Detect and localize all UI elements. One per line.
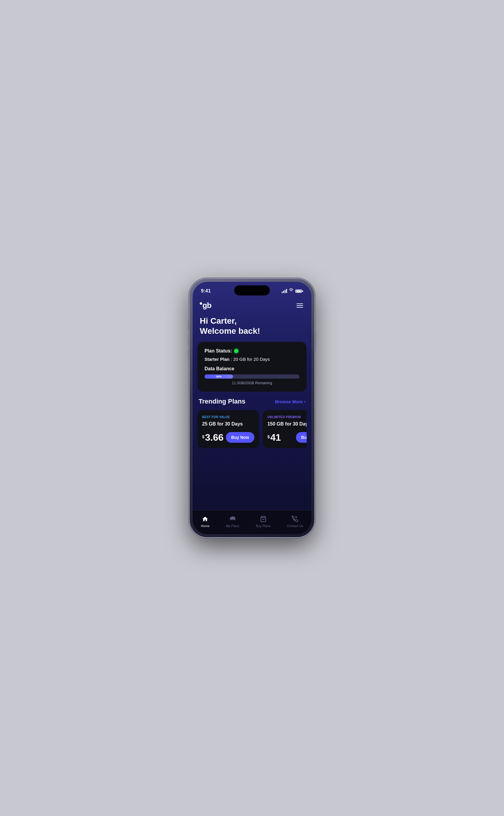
price-amount-1: 3.66 (205, 433, 224, 442)
browse-more-label: Browse More (275, 399, 303, 404)
trending-header: Trending Plans Browse More › (197, 397, 307, 405)
plan-badge-1: BEST FOR VALUE (202, 416, 254, 419)
browse-more-link[interactable]: Browse More › (275, 399, 305, 404)
buy-now-button-2[interactable]: Buy (296, 432, 307, 443)
app-logo: gb (200, 301, 211, 310)
greeting-line: Hi Carter, (200, 316, 304, 326)
plan-status-row: Plan Status: (205, 348, 299, 354)
progress-container: 30% (205, 374, 299, 378)
nav-label-home: Home (201, 524, 210, 528)
bottom-navigation: Home My Plans (193, 510, 311, 534)
data-remaining-text: 11.3GB/20GB Remaining (205, 381, 299, 385)
dynamic-island (234, 285, 270, 295)
buy-now-button-1[interactable]: Buy Now (226, 432, 254, 443)
status-icons (282, 288, 303, 294)
my-plans-icon (229, 515, 237, 523)
nav-item-contact[interactable]: Contact Us (283, 514, 307, 529)
chevron-right-icon: › (304, 399, 305, 404)
nav-item-my-plans[interactable]: My Plans (222, 514, 243, 529)
hamburger-button[interactable] (295, 302, 304, 309)
status-time: 9:41 (201, 288, 211, 294)
nav-label-buy-plans: Buy Plans (256, 524, 271, 528)
nav-label-contact: Contact Us (287, 524, 303, 528)
app-header: gb (193, 296, 311, 312)
progress-bar-background: 30% (205, 374, 299, 378)
progress-bar-fill: 30% (205, 374, 233, 378)
plan-name-1: 25 GB for 30 Days (202, 421, 254, 427)
nav-label-my-plans: My Plans (226, 524, 239, 528)
plan-colon: : (231, 356, 233, 362)
nav-item-home[interactable]: Home (197, 514, 213, 529)
nav-item-buy-plans[interactable]: Buy Plans (252, 514, 274, 529)
plan-price-row-1: $ 3.66 Buy Now (202, 432, 254, 443)
plan-card-1: BEST FOR VALUE 25 GB for 30 Days $ 3.66 … (197, 410, 259, 448)
phone-screen: 9:41 (193, 282, 311, 534)
wifi-icon (289, 288, 294, 294)
progress-percent: 30% (216, 375, 221, 378)
plans-scroll-container[interactable]: BEST FOR VALUE 25 GB for 30 Days $ 3.66 … (197, 410, 307, 448)
welcome-section: Hi Carter, Welcome back! (193, 312, 311, 342)
data-balance-label: Data Balance (205, 366, 299, 371)
logo-letters: gb (202, 301, 211, 310)
welcome-text: Hi Carter, Welcome back! (200, 316, 304, 336)
plan-name: Starter Plan (205, 356, 229, 362)
price-amount-2: 41 (270, 433, 281, 442)
app-content: gb Hi Carter, Welcome back! (193, 296, 311, 510)
signal-icon (282, 289, 287, 293)
trending-title: Trending Plans (199, 397, 245, 405)
battery-icon (295, 289, 303, 293)
starter-plan-text: Starter Plan : 20 GB for 20 Days (205, 356, 270, 362)
logo-dot (200, 302, 202, 305)
logo-text: gb (200, 301, 211, 310)
plan-price-row-2: $ 41 Buy (267, 432, 307, 443)
status-active-dot (234, 349, 238, 353)
plan-detail: 20 GB for 20 Days (233, 356, 270, 362)
plan-badge-2: UNLIMITED PREMIUM (267, 416, 307, 419)
subtitle-line: Welcome back! (200, 326, 304, 336)
phone-frame: 9:41 (190, 279, 314, 537)
plan-card-2: UNLIMITED PREMIUM 150 GB for 30 Days $ 4… (263, 410, 307, 448)
home-icon (201, 515, 209, 523)
plan-price-1: $ 3.66 (202, 433, 224, 442)
buy-plans-icon (259, 515, 267, 523)
price-dollar-1: $ (202, 435, 205, 439)
plan-name-2: 150 GB for 30 Days (267, 421, 307, 427)
price-dollar-2: $ (267, 435, 270, 439)
plan-price-2: $ 41 (267, 433, 281, 442)
trending-section: Trending Plans Browse More › BEST FOR VA… (193, 397, 311, 454)
contact-icon (291, 515, 299, 523)
starter-plan-row: Starter Plan : 20 GB for 20 Days (205, 356, 299, 362)
plan-status-label: Plan Status: (205, 348, 232, 354)
plan-status-card: Plan Status: Starter Plan : 20 GB for 20… (197, 342, 307, 392)
